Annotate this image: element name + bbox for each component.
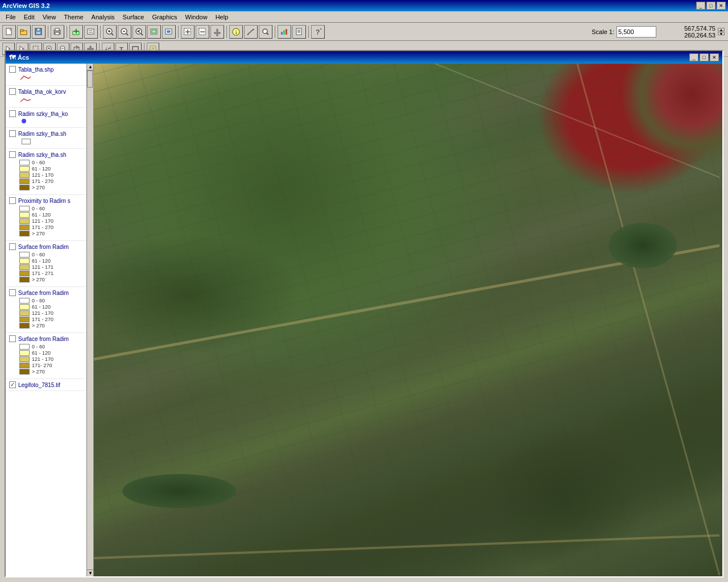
swatch-8-4 xyxy=(19,317,30,322)
help-tool-button[interactable]: ? xyxy=(311,25,325,39)
zoom-active-button[interactable] xyxy=(162,25,176,39)
zoom-full-button[interactable] xyxy=(147,25,161,39)
chart-button[interactable] xyxy=(278,25,291,39)
toc-layer-surface-2[interactable]: Surface from Radim 0 - 60 61 - 120 121 -… xyxy=(6,287,93,333)
zoom-previous-button[interactable] xyxy=(133,25,146,39)
separator4 xyxy=(178,26,179,38)
scroll-down-button[interactable]: ▼ xyxy=(87,569,94,576)
coordinates: 567,574.75 260,264.53 xyxy=(659,25,715,39)
menu-file[interactable]: File xyxy=(2,13,19,22)
swatch-5-3 xyxy=(19,172,30,178)
svg-line-20 xyxy=(126,34,128,35)
toc: Tabla_tha.shp Tabla_tha_ok_korv xyxy=(6,64,94,576)
scroll-up-button[interactable]: ▲ xyxy=(87,64,94,70)
menu-theme[interactable]: Theme xyxy=(60,13,86,22)
swatch-7-4 xyxy=(19,271,30,276)
view-restore-button[interactable]: □ xyxy=(700,53,709,61)
measure-button[interactable] xyxy=(244,25,258,39)
toc-checkbox-1[interactable] xyxy=(9,66,16,73)
svg-rect-66 xyxy=(110,46,112,48)
menu-graphics[interactable]: Graphics xyxy=(149,13,181,22)
svg-rect-25 xyxy=(152,30,156,33)
svg-text:?: ? xyxy=(316,28,320,36)
scale-area: Scale 1: 567,574.75 260,264.53 ▲ ▼ xyxy=(592,25,726,39)
label-5-4: 171 - 270 xyxy=(32,178,53,184)
close-button[interactable]: ✕ xyxy=(717,2,726,10)
zoom-out-rect-button[interactable] xyxy=(196,25,209,39)
find-button[interactable] xyxy=(259,25,272,39)
separator6 xyxy=(275,26,275,38)
toc-layer-radim-gradient-1[interactable]: Radim szky_tha.sh 0 - 60 61 - 120 121 - … xyxy=(6,149,93,195)
menu-view[interactable]: View xyxy=(39,13,60,22)
toc-checkbox-8[interactable] xyxy=(9,289,16,296)
swatch-7-1 xyxy=(19,252,30,257)
toc-layer-tabla-tha[interactable]: Tabla_tha.shp xyxy=(6,64,93,86)
svg-line-75 xyxy=(94,535,719,558)
swatch-9-2 xyxy=(19,350,30,356)
edit-legend-button[interactable] xyxy=(84,25,98,39)
zoom-in-rect-button[interactable] xyxy=(181,25,195,39)
toc-layer-surface-3[interactable]: Surface from Radim 0 - 60 61 - 120 121 -… xyxy=(6,333,93,379)
toc-legend-1 xyxy=(19,73,90,83)
toc-checkbox-6[interactable] xyxy=(9,197,16,204)
svg-rect-8 xyxy=(55,32,59,35)
view-controls[interactable]: _ □ ✕ xyxy=(689,53,719,61)
toc-layer-radim-szky-sh[interactable]: Radim szky_tha.sh xyxy=(6,128,93,149)
menu-surface[interactable]: Surface xyxy=(119,13,148,22)
toc-checkbox-4[interactable] xyxy=(9,130,16,137)
svg-rect-2 xyxy=(20,30,23,31)
view-minimize-button[interactable]: _ xyxy=(689,53,698,61)
coord-down-arrow[interactable]: ▼ xyxy=(718,32,725,35)
coord-up-arrow[interactable]: ▲ xyxy=(718,28,725,31)
toc-scrollbar[interactable]: ▲ ▼ xyxy=(86,64,93,576)
svg-rect-12 xyxy=(88,29,94,34)
toc-layer-name-2: Tabla_tha_ok_korv xyxy=(18,89,66,95)
print-button[interactable] xyxy=(51,25,64,39)
toc-layer-proximity[interactable]: Proximity to Radim s 0 - 60 61 - 120 121… xyxy=(6,195,93,241)
toc-layer-tabla-tha-ok[interactable]: Tabla_tha_ok_korv xyxy=(6,86,93,108)
menu-window[interactable]: Window xyxy=(182,13,211,22)
label-8-1: 0 - 60 xyxy=(32,298,45,304)
toc-layer-legifoto[interactable]: ✓ Legifoto_7815.tif xyxy=(6,379,93,391)
label-9-5: > 270 xyxy=(32,369,45,375)
title-bar-controls[interactable]: _ □ ✕ xyxy=(696,2,726,10)
zoom-out-button[interactable] xyxy=(118,25,131,39)
tree-cluster-1 xyxy=(609,223,677,268)
toc-layer-surface-1[interactable]: Surface from Radim 0 - 60 61 - 120 121 -… xyxy=(6,241,93,287)
label-6-4: 171 - 270 xyxy=(32,225,53,230)
separator3 xyxy=(100,26,101,38)
menu-analysis[interactable]: Analysis xyxy=(88,13,118,22)
minimize-button[interactable]: _ xyxy=(696,2,705,10)
scroll-thumb[interactable] xyxy=(87,70,93,88)
view-close-button[interactable]: ✕ xyxy=(710,53,719,61)
svg-rect-5 xyxy=(37,28,40,31)
label-6-5: > 270 xyxy=(32,231,45,236)
maximize-button[interactable]: □ xyxy=(706,2,715,10)
toc-checkbox-2[interactable] xyxy=(9,88,16,95)
toolbar1: i ? Scale 1: 567,574.75 260,264.53 ▲ ▼ xyxy=(0,23,728,41)
toc-checkbox-10[interactable]: ✓ xyxy=(9,381,16,388)
menu-help[interactable]: Help xyxy=(212,13,232,22)
pan-button[interactable] xyxy=(210,25,224,39)
label-9-3: 121 - 170 xyxy=(32,356,53,362)
new-button[interactable] xyxy=(2,25,16,39)
scale-input[interactable] xyxy=(617,26,656,38)
toc-checkbox-3[interactable] xyxy=(9,110,16,117)
map-area[interactable] xyxy=(94,64,722,576)
identify-button[interactable]: i xyxy=(229,25,243,39)
toc-checkbox-7[interactable] xyxy=(9,243,16,250)
toc-layer-radim-szky-ko[interactable]: Radim szky_tha_ko xyxy=(6,108,93,128)
svg-line-23 xyxy=(141,34,143,35)
report-button[interactable] xyxy=(292,25,306,39)
menu-edit[interactable]: Edit xyxy=(20,13,38,22)
toc-legend-8: 0 - 60 61 - 120 121 - 170 171 - 270 > 27… xyxy=(19,296,90,330)
swatch-6-5 xyxy=(19,231,30,236)
save-button[interactable] xyxy=(32,25,46,39)
zoom-in-button[interactable] xyxy=(103,25,117,39)
toc-checkbox-9[interactable] xyxy=(9,335,16,342)
open-button[interactable] xyxy=(17,25,31,39)
toc-checkbox-5[interactable] xyxy=(9,151,16,158)
svg-rect-4 xyxy=(36,32,40,34)
add-theme-button[interactable] xyxy=(69,25,83,39)
svg-point-39 xyxy=(263,29,267,34)
